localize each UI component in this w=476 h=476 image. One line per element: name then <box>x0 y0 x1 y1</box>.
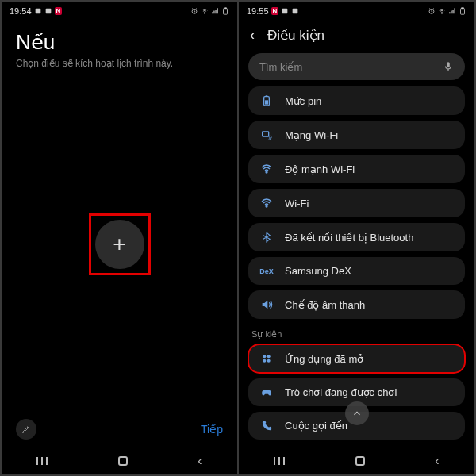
condition-label: Trò chơi đang được chơi <box>285 386 397 398</box>
search-input[interactable]: Tìm kiếm <box>248 53 465 80</box>
condition-label: Ứng dụng đã mở <box>285 353 363 365</box>
condition-label: Chế độ âm thanh <box>285 299 365 311</box>
battery-icon <box>459 7 466 15</box>
svg-rect-13 <box>265 100 268 104</box>
svg-rect-7 <box>293 9 298 14</box>
page-subtitle: Chọn điều sẽ kích hoạt lịch trình này. <box>2 58 237 77</box>
nav-recent[interactable] <box>274 457 285 465</box>
svg-point-3 <box>205 13 205 14</box>
plus-icon: + <box>113 232 125 257</box>
condition-item[interactable]: Ứng dụng đã mở <box>248 344 465 373</box>
condition-label: Mức pin <box>285 95 321 107</box>
svg-rect-11 <box>462 8 464 9</box>
nav-recent[interactable] <box>36 457 48 465</box>
notification-icon <box>281 7 289 15</box>
notification-icon <box>34 7 42 15</box>
scroll-top-button[interactable] <box>345 401 369 425</box>
svg-point-16 <box>266 171 267 173</box>
wifi-icon <box>259 197 274 209</box>
call-icon <box>259 420 274 432</box>
svg-rect-4 <box>224 9 228 15</box>
alarm-icon <box>428 7 436 15</box>
wifi-strength-icon <box>259 163 274 175</box>
condition-item[interactable]: DeXSamsung DeX <box>248 257 465 285</box>
nav-home[interactable] <box>355 456 365 466</box>
notification-icon <box>44 7 52 15</box>
svg-point-19 <box>267 355 271 358</box>
svg-point-21 <box>267 359 271 363</box>
svg-rect-0 <box>35 9 40 14</box>
wifi-net-icon <box>259 129 274 141</box>
svg-rect-5 <box>225 8 227 9</box>
empty-body: + <box>2 77 237 411</box>
svg-point-20 <box>263 359 266 363</box>
condition-item[interactable]: Chế độ âm thanh <box>248 290 465 319</box>
nav-home[interactable] <box>118 456 128 466</box>
svg-rect-6 <box>282 9 288 14</box>
svg-point-17 <box>266 205 267 207</box>
pencil-icon <box>21 424 31 434</box>
chevron-up-icon <box>351 408 363 419</box>
add-condition-button[interactable]: + <box>95 220 144 269</box>
nav-back[interactable]: ‹ <box>435 454 439 468</box>
status-bar: 19:55 N <box>239 2 474 19</box>
condition-label: Cuộc gọi đến <box>285 420 347 432</box>
svg-rect-1 <box>45 9 51 14</box>
section-header: Thủ công <box>248 445 465 447</box>
mic-icon[interactable] <box>443 61 454 72</box>
condition-label: Đã kết nối thiết bị Bluetooth <box>285 232 413 244</box>
apps-icon <box>259 352 274 365</box>
app-badge-icon: N <box>271 7 279 15</box>
condition-item[interactable]: Mức pin <box>248 86 465 115</box>
header-bar: ‹ Điều kiện <box>239 19 474 50</box>
section-header: Sự kiện <box>248 324 465 344</box>
svg-rect-15 <box>263 132 269 136</box>
condition-label: Samsung DeX <box>285 265 351 277</box>
signal-icon <box>448 7 456 15</box>
nav-back[interactable]: ‹ <box>198 454 202 468</box>
battery-icon <box>221 7 229 15</box>
screen-conditions: 19:55 N ‹ Điều kiện Tìm kiếm Mức pinMạng… <box>239 2 474 474</box>
wifi-icon <box>438 7 446 15</box>
status-time: 19:55 <box>247 6 269 16</box>
header-title: Điều kiện <box>267 27 324 44</box>
condition-label: Mạng Wi-Fi <box>285 129 338 141</box>
svg-rect-10 <box>461 9 465 15</box>
screen-if: 19:54 N Nếu Chọn điều sẽ kích hoạt lịch … <box>2 2 237 474</box>
battery-icon <box>259 94 274 107</box>
status-time: 19:54 <box>10 6 32 16</box>
page-title: Nếu <box>2 19 237 58</box>
next-button[interactable]: Tiếp <box>201 423 223 436</box>
notification-icon <box>291 7 299 15</box>
svg-point-18 <box>263 355 266 358</box>
condition-label: Wi-Fi <box>285 198 309 209</box>
wifi-icon <box>201 7 209 15</box>
edit-button[interactable] <box>16 419 36 440</box>
search-placeholder: Tìm kiếm <box>259 61 302 73</box>
condition-item[interactable]: Wi-Fi <box>248 189 465 217</box>
nav-bar: ‹ <box>2 447 237 474</box>
condition-label: Độ mạnh Wi-Fi <box>285 163 355 175</box>
dex-icon: DeX <box>259 267 274 275</box>
signal-icon <box>211 7 219 15</box>
svg-rect-14 <box>266 95 268 96</box>
conditions-list[interactable]: Mức pinMạng Wi-FiĐộ mạnh Wi-FiWi-FiĐã kế… <box>239 86 474 447</box>
bluetooth-icon <box>259 231 274 244</box>
app-badge-icon: N <box>55 7 63 15</box>
svg-point-9 <box>442 13 443 14</box>
nav-bar: ‹ <box>239 447 474 474</box>
footer-bar: Tiếp <box>2 411 237 447</box>
status-bar: 19:54 N <box>2 2 237 19</box>
condition-item[interactable]: Mạng Wi-Fi <box>248 121 465 149</box>
game-icon <box>259 387 274 398</box>
sound-icon <box>259 298 274 311</box>
alarm-icon <box>190 7 198 15</box>
back-button[interactable]: ‹ <box>250 27 255 44</box>
condition-item[interactable]: Đã kết nối thiết bị Bluetooth <box>248 223 465 251</box>
condition-item[interactable]: Độ mạnh Wi-Fi <box>248 155 465 183</box>
